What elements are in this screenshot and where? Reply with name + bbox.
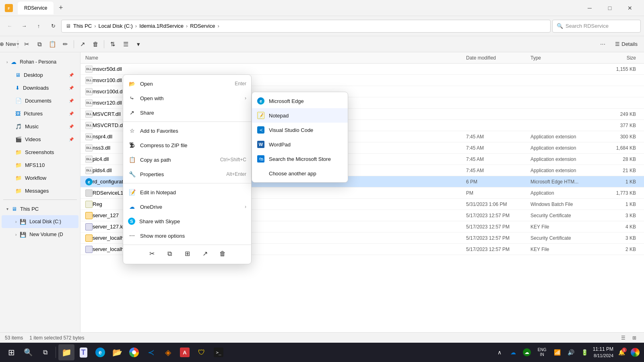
taskbar-app[interactable]: ◈: [160, 344, 176, 360]
taskbar-search-button[interactable]: 🔍: [20, 344, 36, 360]
paste-button[interactable]: 📋: [46, 38, 58, 50]
submenu-ms-store[interactable]: 🛍 Search the Microsoft Store: [252, 152, 348, 166]
sort-button[interactable]: ⇅: [107, 38, 119, 50]
context-menu-edit-notepad[interactable]: 📝 Edit in Notepad: [123, 185, 251, 200]
favorites-icon: ☆: [128, 127, 136, 135]
file-size: 1,155 KB: [603, 66, 639, 72]
new-label: New: [6, 41, 16, 47]
start-button[interactable]: ⊞: [3, 344, 19, 360]
delete-button[interactable]: 🗑: [89, 38, 101, 50]
context-menu-properties[interactable]: 🔧 Properties Alt+Enter: [123, 167, 251, 181]
minimize-button[interactable]: ─: [580, 2, 599, 14]
up-button[interactable]: ↑: [32, 20, 45, 33]
taskbar-folder[interactable]: 📂: [109, 344, 125, 360]
tray-lang[interactable]: ENGIN: [535, 347, 549, 358]
taskbar-acrobat[interactable]: A: [177, 344, 193, 360]
details-toggle[interactable]: ☰ Details: [612, 38, 641, 50]
task-view-button[interactable]: ⧉: [37, 344, 53, 360]
address-bar[interactable]: 🖥 This PC › Local Disk (C:) › Idemia.1Rd…: [61, 20, 551, 33]
sidebar-item-local-disk[interactable]: › 💾 Local Disk (C:): [2, 215, 78, 228]
context-menu-onedrive[interactable]: ☁ OneDrive ›: [123, 200, 251, 214]
list-view-button[interactable]: ☰: [618, 333, 628, 343]
taskbar-file-explorer[interactable]: 📁: [58, 344, 74, 360]
refresh-button[interactable]: ↻: [47, 20, 60, 33]
notepad-sub-icon: 📝: [257, 111, 265, 119]
cm-copy-button[interactable]: ⧉: [162, 247, 177, 261]
submenu-vscode[interactable]: ≺ Visual Studio Code: [252, 123, 348, 137]
file-row[interactable]: DLL msvcr50d.dll 1,155 KB: [80, 64, 644, 75]
sidebar-item-videos[interactable]: 🎬 Videos 📌: [2, 133, 78, 146]
sidebar-item-music[interactable]: 🎵 Music 📌: [2, 120, 78, 133]
context-menu-open[interactable]: 📂 Open Enter: [123, 76, 251, 91]
dll-icon: DLL: [85, 122, 93, 129]
tab-add-button[interactable]: +: [55, 2, 66, 14]
context-menu-copy-path[interactable]: 📋 Copy as path Ctrl+Shift+C: [123, 152, 251, 167]
tray-battery[interactable]: 🔋: [579, 347, 590, 358]
cut-button[interactable]: ✂: [21, 38, 33, 50]
sidebar-item-workflow[interactable]: 📁 Workflow: [2, 171, 78, 184]
sidebar-item-new-volume[interactable]: › 💾 New Volume (D: [2, 228, 78, 241]
submenu-another-app[interactable]: Choose another app: [252, 166, 348, 181]
tab-rdservice[interactable]: RDService: [18, 2, 54, 14]
submenu-wordpad[interactable]: W WordPad: [252, 137, 348, 152]
view-button[interactable]: ☰: [120, 38, 132, 50]
context-menu-share[interactable]: ↗ Share: [123, 105, 251, 120]
context-menu-more-options[interactable]: ⋯ Show more options: [123, 228, 251, 243]
new-button[interactable]: ⊕ New ▾: [3, 38, 15, 50]
sidebar-this-pc-label: This PC: [20, 206, 39, 212]
taskbar-clock[interactable]: 11:11 PM 8/11/2024: [593, 346, 613, 359]
forward-button[interactable]: →: [18, 20, 31, 33]
filter-button[interactable]: ▾: [132, 38, 144, 50]
taskbar-teams[interactable]: T: [75, 344, 91, 360]
taskbar-vscode[interactable]: ≺: [143, 344, 159, 360]
tray-chevron[interactable]: ∧: [494, 347, 505, 358]
sidebar-item-screenshots[interactable]: 📁 Screenshots: [2, 146, 78, 158]
sidebar-item-downloads[interactable]: ⬇ Downloads 📌: [2, 81, 78, 94]
cm-cut-button[interactable]: ✂: [144, 247, 159, 261]
sidebar-item-pictures[interactable]: 🖼 Pictures 📌: [2, 107, 78, 120]
tray-onedrive[interactable]: ☁: [508, 347, 519, 358]
taskbar-edge[interactable]: e: [92, 344, 108, 360]
cm-delete-button[interactable]: 🗑: [215, 247, 230, 261]
sidebar-item-quick-access[interactable]: › ☁ Rohan - Persona: [2, 56, 78, 68]
taskbar-terminal[interactable]: >_: [211, 344, 227, 360]
file-name: msvcr50d.dll: [93, 66, 466, 72]
copy-button[interactable]: ⧉: [33, 38, 45, 50]
rename-button[interactable]: ✏: [59, 38, 71, 50]
share-button[interactable]: ↗: [76, 38, 89, 50]
tray-wifi[interactable]: 📶: [552, 347, 563, 358]
sidebar-item-this-pc[interactable]: ▾ 🖥 This PC: [2, 202, 78, 215]
tray-color[interactable]: [630, 347, 641, 358]
grid-view-button[interactable]: ⊞: [630, 333, 639, 343]
maximize-button[interactable]: □: [601, 2, 619, 14]
submenu-notepad[interactable]: 📝 Notepad: [252, 108, 348, 123]
sidebar-item-mfs110[interactable]: 📁 MFS110: [2, 158, 78, 171]
context-menu-open-with[interactable]: ⤷ Open with ›: [123, 91, 251, 105]
cm-share-btn[interactable]: ↗: [198, 247, 212, 261]
sidebar-desktop-label: Desktop: [24, 72, 43, 78]
col-header-name[interactable]: Name: [85, 55, 466, 61]
file-date: 5/17/2023 12:57 PM: [466, 247, 530, 252]
taskbar-chrome[interactable]: [126, 344, 142, 360]
ellipsis-button[interactable]: ···: [597, 41, 609, 48]
col-header-date[interactable]: Date modified: [466, 55, 530, 61]
submenu-edge[interactable]: e Microsoft Edge: [252, 94, 348, 108]
context-menu-compress[interactable]: 🗜 Compress to ZIP file: [123, 138, 251, 152]
tray-onedrive-green[interactable]: ☁: [521, 347, 533, 358]
context-menu-skype[interactable]: S Share with Skype: [123, 214, 251, 228]
context-menu-add-favorites[interactable]: ☆ Add to Favorites: [123, 123, 251, 138]
col-header-type[interactable]: Type: [530, 55, 603, 61]
close-button[interactable]: ✕: [621, 2, 639, 14]
tray-notifications[interactable]: 🔔 1: [616, 347, 627, 358]
taskbar-norton[interactable]: 🛡: [194, 344, 210, 360]
context-properties-label: Properties: [140, 171, 222, 177]
sidebar-item-desktop[interactable]: 🖥 Desktop 📌: [2, 68, 78, 81]
sidebar-item-documents[interactable]: 📄 Documents 📌: [2, 94, 78, 107]
search-bar[interactable]: 🔍 Search RDService: [552, 20, 641, 33]
col-header-size[interactable]: Size: [603, 55, 639, 61]
back-button[interactable]: ←: [3, 20, 16, 33]
file-size: 249 KB: [603, 111, 639, 117]
tray-volume[interactable]: 🔊: [566, 347, 577, 358]
cm-paste-shortcut-button[interactable]: ⊞: [180, 247, 194, 261]
sidebar-item-messages[interactable]: 📁 Messages: [2, 184, 78, 197]
